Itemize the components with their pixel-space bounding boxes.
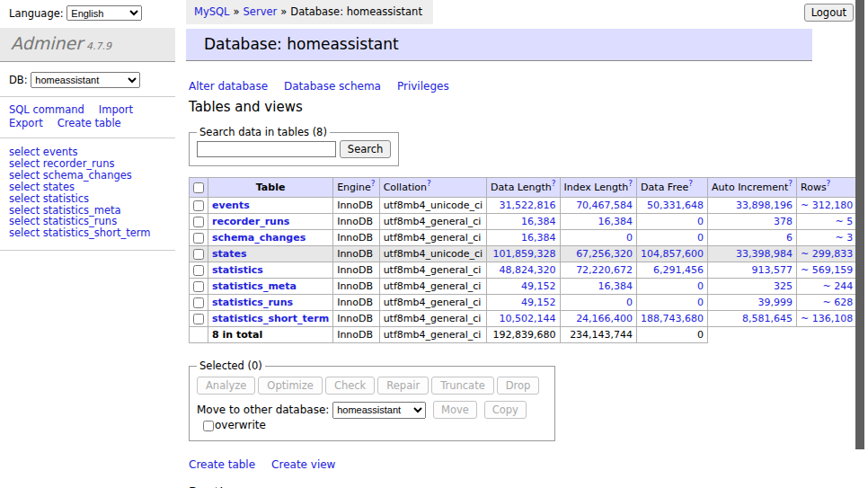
- index-length-link[interactable]: 0: [564, 232, 633, 244]
- table-name-link[interactable]: statistics: [212, 264, 263, 276]
- help-link[interactable]: ?: [788, 179, 793, 188]
- truncate-button[interactable]: Truncate: [431, 377, 494, 395]
- scrollbar[interactable]: [855, 0, 868, 488]
- optimize-button[interactable]: Optimize: [258, 377, 323, 395]
- select-all-checkbox[interactable]: [193, 182, 204, 193]
- row-checkbox[interactable]: [193, 281, 204, 292]
- table-name-link[interactable]: schema_changes: [212, 232, 306, 244]
- data-length-link[interactable]: 48,824,320: [491, 264, 555, 276]
- data-free-link[interactable]: 6,291,456: [641, 264, 704, 276]
- help-link[interactable]: ?: [552, 179, 556, 188]
- collation-cell: utf8mb4_unicode_ci: [379, 246, 486, 262]
- overwrite-checkbox[interactable]: [203, 421, 214, 431]
- help-link[interactable]: ?: [827, 179, 831, 188]
- sidebar-item-select-statistics_short_term[interactable]: select statistics_short_term: [9, 227, 168, 239]
- index-length-link[interactable]: 72,220,672: [564, 264, 633, 276]
- drop-button[interactable]: Drop: [497, 377, 540, 395]
- table-name-link[interactable]: events: [212, 200, 250, 211]
- help-link[interactable]: ?: [371, 179, 376, 188]
- row-checkbox[interactable]: [193, 265, 204, 276]
- table-name-link[interactable]: statistics_short_term: [212, 313, 329, 324]
- rows-link[interactable]: ~ 628: [801, 297, 853, 308]
- breadcrumb-item[interactable]: MySQL: [194, 5, 230, 18]
- table-name-link[interactable]: recorder_runs: [212, 216, 289, 227]
- db-action-link[interactable]: Privileges: [397, 80, 449, 93]
- auto-increment-link[interactable]: 325: [712, 280, 793, 292]
- create-view-link[interactable]: Create view: [271, 458, 335, 471]
- analyze-button[interactable]: Analyze: [197, 377, 255, 395]
- auto-increment-link[interactable]: 33,898,196: [712, 200, 793, 211]
- auto-increment-link[interactable]: 378: [712, 216, 793, 227]
- table-name-link[interactable]: states: [212, 248, 247, 260]
- help-link[interactable]: ?: [628, 179, 633, 188]
- auto-increment-link[interactable]: 33,398,984: [712, 248, 793, 260]
- search-button[interactable]: Search: [340, 140, 392, 158]
- table-name-link[interactable]: statistics_meta: [212, 280, 297, 292]
- sidebar-action-link[interactable]: SQL command: [9, 103, 84, 116]
- move-button[interactable]: Move: [433, 401, 477, 419]
- help-link[interactable]: ?: [688, 179, 693, 188]
- data-free-link[interactable]: 50,331,648: [641, 200, 704, 211]
- data-free-link[interactable]: 188,743,680: [641, 313, 704, 324]
- row-checkbox[interactable]: [193, 233, 204, 244]
- row-checkbox[interactable]: [193, 249, 204, 260]
- auto-increment-link[interactable]: 6: [712, 232, 793, 244]
- data-length-link[interactable]: 16,384: [491, 232, 555, 244]
- db-select[interactable]: homeassistant: [31, 72, 140, 88]
- data-length-link[interactable]: 10,502,144: [491, 313, 555, 324]
- move-db-select[interactable]: homeassistant: [332, 402, 426, 419]
- breadcrumb-item[interactable]: Server: [244, 5, 278, 18]
- data-free-cell: 0: [637, 279, 708, 295]
- rows-link[interactable]: ~ 244: [801, 280, 853, 292]
- data-length-link[interactable]: 16,384: [491, 216, 555, 227]
- sidebar-action-link[interactable]: Export: [9, 117, 43, 129]
- rows-link[interactable]: ~ 5: [801, 216, 853, 227]
- table-name-link[interactable]: statistics_runs: [212, 297, 293, 308]
- scrollbar-thumb[interactable]: [855, 0, 864, 449]
- data-length-link[interactable]: 101,859,328: [491, 248, 555, 260]
- rows-link[interactable]: ~ 3: [801, 232, 853, 244]
- check-button[interactable]: Check: [325, 377, 375, 395]
- create-table-link[interactable]: Create table: [189, 458, 255, 471]
- data-free-link[interactable]: 104,857,600: [641, 248, 704, 260]
- index-length-link[interactable]: 16,384: [564, 216, 633, 227]
- row-checkbox[interactable]: [193, 314, 204, 324]
- copy-button[interactable]: Copy: [484, 401, 527, 419]
- db-action-link[interactable]: Database schema: [284, 80, 381, 93]
- rows-link[interactable]: ~ 136,108: [801, 313, 853, 324]
- data-length-link[interactable]: 49,152: [491, 297, 555, 308]
- rows-link[interactable]: ~ 569,159: [801, 264, 853, 276]
- data-free-link[interactable]: 0: [641, 216, 704, 227]
- rows-link[interactable]: ~ 299,833: [801, 248, 853, 260]
- sidebar-item-select-states[interactable]: select states: [9, 182, 168, 193]
- help-link[interactable]: ?: [427, 179, 431, 188]
- sidebar-item-select-events[interactable]: select events: [9, 146, 168, 158]
- search-input[interactable]: [197, 141, 336, 157]
- repair-button[interactable]: Repair: [377, 377, 429, 395]
- db-action-link[interactable]: Alter database: [189, 80, 268, 93]
- data-free-link[interactable]: 0: [641, 280, 704, 292]
- index-length-link[interactable]: 67,256,320: [564, 248, 633, 260]
- index-length-link[interactable]: 0: [564, 297, 633, 308]
- auto-increment-link[interactable]: 39,999: [712, 297, 793, 308]
- index-length-link[interactable]: 70,467,584: [564, 200, 633, 211]
- logout-button[interactable]: Logout: [804, 4, 854, 22]
- language-select[interactable]: English: [66, 5, 142, 21]
- data-length-link[interactable]: 49,152: [491, 280, 555, 292]
- data-free-link[interactable]: 0: [641, 297, 704, 308]
- auto-increment-link[interactable]: 8,581,645: [712, 313, 793, 324]
- row-checkbox[interactable]: [193, 297, 204, 308]
- rows-link[interactable]: ~ 312,180: [801, 200, 853, 211]
- sidebar-action-link[interactable]: Create table: [58, 117, 121, 129]
- index-length-link[interactable]: 16,384: [564, 280, 633, 292]
- data-free-link[interactable]: 0: [641, 232, 704, 244]
- row-checkbox[interactable]: [193, 217, 204, 227]
- data-length-link[interactable]: 31,522,816: [491, 200, 555, 211]
- sidebar-item-select-schema_changes[interactable]: select schema_changes: [9, 170, 168, 182]
- auto-increment-link[interactable]: 913,577: [712, 264, 793, 276]
- sidebar-item-select-recorder_runs[interactable]: select recorder_runs: [9, 158, 168, 170]
- index-length-link[interactable]: 24,166,400: [564, 313, 633, 324]
- sidebar-action-link[interactable]: Import: [99, 103, 133, 116]
- row-checkbox[interactable]: [193, 200, 204, 211]
- sidebar-item-select-statistics[interactable]: select statistics: [9, 193, 168, 205]
